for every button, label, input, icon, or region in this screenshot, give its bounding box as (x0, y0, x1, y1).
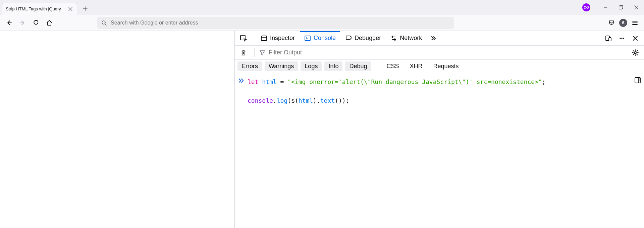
console-input-area[interactable]: let html = "<img onerror='alert(\"Run da… (235, 73, 644, 228)
responsive-design-button[interactable] (602, 32, 614, 44)
console-icon (304, 35, 311, 42)
devices-icon (605, 35, 612, 42)
filter-requests[interactable]: Requests (429, 61, 463, 71)
forward-button[interactable] (17, 17, 28, 29)
tab-label: Console (314, 35, 336, 42)
window-minimize-button[interactable] (598, 0, 613, 15)
pocket-icon (608, 20, 614, 26)
svg-rect-5 (305, 36, 310, 41)
maximize-icon (619, 5, 623, 9)
gear-icon (632, 49, 639, 56)
editor-toggle-button[interactable] (634, 77, 641, 84)
tab-close-button[interactable] (67, 6, 73, 12)
devtools-more-tabs[interactable] (427, 32, 439, 44)
sidebar-toggle-icon (634, 77, 641, 84)
devtools-close-button[interactable] (629, 32, 641, 44)
minimize-icon (603, 5, 607, 9)
svg-rect-3 (240, 35, 245, 40)
element-picker-button[interactable] (237, 32, 250, 44)
svg-point-11 (634, 52, 636, 54)
console-category-row: Errors Warnings Logs Info Debug CSS XHR … (235, 60, 644, 73)
tab-debugger[interactable]: Debugger (341, 31, 385, 46)
tab-network[interactable]: Network (386, 31, 426, 46)
infinity-icon (584, 5, 589, 10)
page-viewport (0, 31, 235, 228)
console-filter[interactable] (259, 49, 627, 56)
double-chevron-icon (238, 77, 245, 84)
window-close-button[interactable] (629, 0, 644, 15)
filter-input[interactable] (268, 49, 627, 56)
filter-css[interactable]: CSS (382, 61, 403, 71)
hamburger-icon (632, 20, 638, 26)
filter-errors[interactable]: Errors (237, 61, 262, 71)
chevrons-right-icon (430, 35, 437, 42)
inspector-icon (261, 35, 267, 42)
debugger-icon (345, 35, 352, 42)
svg-point-8 (620, 38, 621, 39)
devtools-kebab-button[interactable] (616, 32, 628, 44)
svg-rect-7 (609, 38, 611, 41)
close-icon (68, 7, 72, 11)
pocket-button[interactable] (606, 17, 617, 29)
filter-info[interactable]: Info (324, 61, 342, 71)
home-icon (46, 20, 52, 26)
filter-xhr[interactable]: XHR (406, 61, 427, 71)
close-icon (634, 5, 638, 9)
separator (254, 48, 255, 57)
content-area: Inspector Console Debugger Network (0, 31, 644, 228)
filter-warnings[interactable]: Warnings (265, 61, 298, 71)
trash-icon (240, 49, 247, 56)
funnel-icon (259, 50, 265, 56)
console-prompt-icon (238, 77, 248, 228)
separator (253, 34, 253, 43)
svg-rect-1 (619, 6, 622, 9)
url-bar[interactable] (97, 17, 454, 29)
console-code[interactable]: let html = "<img onerror='alert(\"Run da… (248, 77, 641, 228)
extensions-count: 6 (622, 20, 624, 25)
clear-console-button[interactable] (237, 47, 250, 59)
tab-console[interactable]: Console (300, 31, 340, 46)
url-input[interactable] (110, 19, 450, 26)
window-maximize-button[interactable] (613, 0, 629, 15)
home-button[interactable] (44, 17, 55, 29)
window-controls (582, 0, 644, 15)
close-icon (632, 35, 638, 41)
svg-point-10 (623, 38, 624, 39)
pointer-icon (240, 35, 247, 42)
tab-title: Strip HTML Tags with jQuery (6, 6, 65, 11)
devtools-toolbar: Inspector Console Debugger Network (235, 31, 644, 46)
svg-rect-4 (261, 36, 267, 41)
arrow-right-icon (19, 20, 25, 26)
extensions-badge[interactable]: 6 (619, 19, 627, 27)
reload-button[interactable] (30, 17, 42, 29)
app-menu-button[interactable] (629, 17, 641, 29)
browser-navbar: 6 (0, 15, 644, 31)
back-button[interactable] (3, 17, 15, 29)
reload-icon (33, 20, 39, 26)
dots-icon (619, 35, 625, 42)
console-settings-button[interactable] (629, 47, 641, 59)
plus-icon (83, 6, 88, 11)
tab-label: Network (400, 35, 422, 42)
firefox-account-badge[interactable] (582, 3, 590, 11)
new-tab-button[interactable] (80, 3, 91, 14)
console-filter-row (235, 46, 644, 60)
network-icon (390, 35, 397, 42)
browser-tab[interactable]: Strip HTML Tags with jQuery (2, 3, 77, 15)
tab-label: Debugger (355, 35, 381, 42)
tab-inspector[interactable]: Inspector (257, 31, 299, 46)
filter-logs[interactable]: Logs (301, 61, 322, 71)
tab-label: Inspector (270, 35, 295, 42)
browser-titlebar: Strip HTML Tags with jQuery (0, 0, 644, 15)
search-icon (101, 20, 107, 26)
svg-point-9 (621, 38, 623, 39)
arrow-left-icon (6, 20, 12, 26)
filter-debug[interactable]: Debug (345, 61, 371, 71)
devtools-panel: Inspector Console Debugger Network (235, 31, 644, 228)
svg-rect-12 (635, 78, 640, 83)
